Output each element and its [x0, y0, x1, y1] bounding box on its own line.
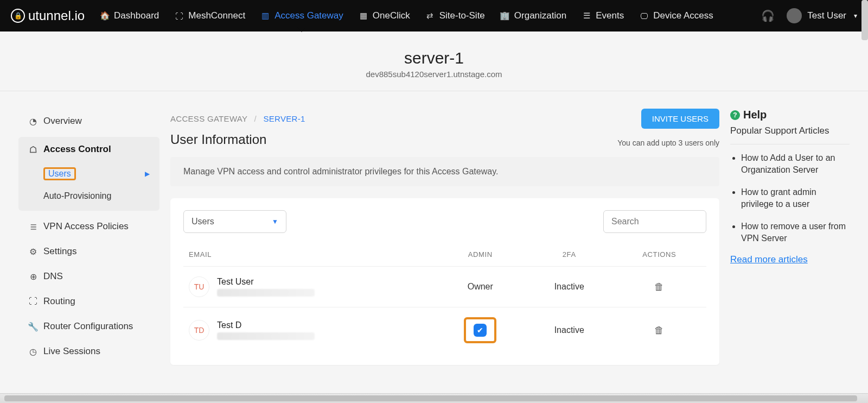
nav-icon: ⛶	[174, 11, 184, 21]
table-row: TUTest UserOwnerInactive🗑	[183, 267, 706, 307]
sidebar-group-access-control: ☖Access ControlUsers▶Auto-Provisioning	[18, 137, 159, 211]
user-email-redacted	[217, 289, 315, 297]
sidebar-item-routing[interactable]: ⛶Routing	[18, 289, 159, 314]
nav-label: Dashboard	[114, 10, 159, 21]
nav-icon: ☰	[582, 11, 591, 21]
sidebar: ◔Overview☖Access ControlUsers▶Auto-Provi…	[18, 109, 159, 365]
sidebar-subitem-users[interactable]: Users▶	[18, 162, 159, 186]
scrollbar-horizontal[interactable]	[0, 393, 868, 403]
breadcrumb-leaf[interactable]: SERVER-1	[263, 114, 305, 123]
user-initials: TU	[189, 276, 209, 297]
nav-icon: ▦	[359, 11, 368, 21]
top-nav: 🔒 utunnel.io 🏠Dashboard⛶MeshConnect▥Acce…	[0, 0, 868, 32]
help-article[interactable]: How to grant admin privilege to a user	[741, 186, 850, 211]
admin-role: Owner	[468, 282, 493, 291]
user-cell: TUTest User	[189, 276, 429, 297]
user-cell: TDTest D	[189, 320, 429, 341]
help-heading-text: Help	[743, 109, 767, 121]
help-article[interactable]: How to Add a User to an Organization Ser…	[741, 152, 850, 177]
scrollbar-thumb[interactable]	[4, 395, 857, 401]
table-row: TDTest D✔Inactive🗑	[183, 307, 706, 354]
nav-icon: 🏢	[500, 11, 510, 21]
user-name: Test User	[807, 10, 846, 21]
read-more-link[interactable]: Read more articles	[730, 254, 808, 265]
nav-device-access[interactable]: 🖵Device Access	[639, 1, 713, 31]
sidebar-icon: 🔧	[28, 322, 38, 332]
nav-label: MeshConnect	[188, 10, 245, 21]
breadcrumb: ACCESS GATEWAY / SERVER-1	[170, 114, 305, 123]
server-header: server-1 dev885sub4120server1.utnstage.c…	[0, 32, 868, 91]
help-subheading: Popular Support Articles	[730, 125, 850, 136]
nav-label: Device Access	[653, 10, 713, 21]
brand-logo[interactable]: 🔒 utunnel.io	[11, 8, 85, 23]
divider	[730, 144, 850, 144]
sidebar-item-router-configurations[interactable]: 🔧Router Configurations	[18, 314, 159, 339]
page-body: ◔Overview☖Access ControlUsers▶Auto-Provi…	[0, 91, 868, 365]
search-input[interactable]	[603, 210, 706, 233]
sidebar-subitem-auto-provisioning[interactable]: Auto-Provisioning	[18, 186, 159, 206]
highlight-box: Users	[43, 167, 76, 180]
col-admin: ADMIN	[435, 243, 526, 267]
breadcrumb-separator: /	[254, 114, 256, 123]
nav-label: OneClick	[373, 10, 410, 21]
nav-site-to-site[interactable]: ⇄Site-to-Site	[425, 1, 485, 31]
delete-icon[interactable]: 🗑	[654, 325, 664, 336]
user-display-name: Test User	[217, 277, 315, 287]
nav-label: Site-to-Site	[439, 10, 485, 21]
support-icon[interactable]: 🎧	[761, 9, 775, 22]
nav-meshconnect[interactable]: ⛶MeshConnect	[174, 1, 245, 31]
sidebar-item-overview[interactable]: ◔Overview	[18, 109, 159, 134]
sidebar-item-vpn-access-policies[interactable]: ≣VPN Access Policies	[18, 214, 159, 239]
breadcrumb-row: ACCESS GATEWAY / SERVER-1 INVITE USERS	[170, 109, 719, 129]
filter-select[interactable]: Users ▼	[183, 210, 286, 233]
user-limit-note: You can add upto 3 users only	[617, 138, 719, 147]
sidebar-icon: ⛶	[28, 297, 38, 306]
nav-items: 🏠Dashboard⛶MeshConnect▥Access Gateway▦On…	[100, 1, 713, 31]
nav-label: Organization	[514, 10, 566, 21]
sidebar-label: DNS	[43, 271, 63, 282]
sidebar-label: Settings	[43, 246, 76, 257]
sidebar-icon: ⊕	[28, 272, 38, 282]
twofa-status: Inactive	[554, 325, 584, 335]
chevron-down-icon: ▾	[854, 12, 857, 20]
user-menu[interactable]: Test User ▾	[787, 8, 857, 23]
nav-label: Events	[596, 10, 624, 21]
users-table: EMAIL ADMIN 2FA ACTIONS TUTest UserOwner…	[183, 243, 706, 353]
sidebar-icon: ◷	[28, 347, 38, 357]
nav-events[interactable]: ☰Events	[582, 1, 624, 31]
nav-organization[interactable]: 🏢Organization	[500, 1, 566, 31]
sidebar-item-dns[interactable]: ⊕DNS	[18, 264, 159, 289]
help-heading: ? Help	[730, 109, 850, 121]
sidebar-label: VPN Access Policies	[43, 221, 129, 232]
nav-dashboard[interactable]: 🏠Dashboard	[100, 1, 159, 31]
server-name: server-1	[0, 49, 868, 67]
scrollbar-vertical[interactable]	[861, 0, 868, 40]
sidebar-item-live-sessions[interactable]: ◷Live Sessions	[18, 339, 159, 364]
filter-selected: Users	[192, 217, 214, 226]
col-email: EMAIL	[183, 243, 435, 267]
user-email-redacted	[217, 332, 315, 340]
sidebar-item-settings[interactable]: ⚙Settings	[18, 239, 159, 264]
nav-access-gateway[interactable]: ▥Access Gateway	[260, 1, 343, 31]
sidebar-icon: ◔	[28, 116, 38, 127]
admin-checkbox[interactable]: ✔	[474, 324, 487, 337]
nav-right: 🎧 Test User ▾	[761, 8, 857, 23]
invite-users-button[interactable]: INVITE USERS	[641, 109, 719, 129]
col-2fa: 2FA	[526, 243, 612, 267]
nav-oneclick[interactable]: ▦OneClick	[359, 1, 410, 31]
sidebar-label: Access Control	[43, 144, 111, 155]
sidebar-item-access-control[interactable]: ☖Access Control	[18, 137, 159, 162]
help-article[interactable]: How to remove a user from VPN Server	[741, 221, 850, 245]
help-panel: ? Help Popular Support Articles How to A…	[730, 109, 850, 365]
info-banner: Manage VPN access and control administra…	[170, 157, 719, 186]
page-title: User Information	[170, 132, 266, 147]
sidebar-icon: ☖	[28, 144, 38, 155]
highlight-box: ✔	[464, 317, 496, 343]
delete-icon[interactable]: 🗑	[654, 281, 664, 292]
lock-icon: 🔒	[11, 9, 25, 23]
main-content: ACCESS GATEWAY / SERVER-1 INVITE USERS U…	[170, 109, 719, 365]
sidebar-icon: ⚙	[28, 247, 38, 257]
nav-icon: ⇄	[425, 11, 435, 21]
breadcrumb-root[interactable]: ACCESS GATEWAY	[170, 114, 247, 123]
chevron-down-icon: ▼	[272, 218, 278, 225]
